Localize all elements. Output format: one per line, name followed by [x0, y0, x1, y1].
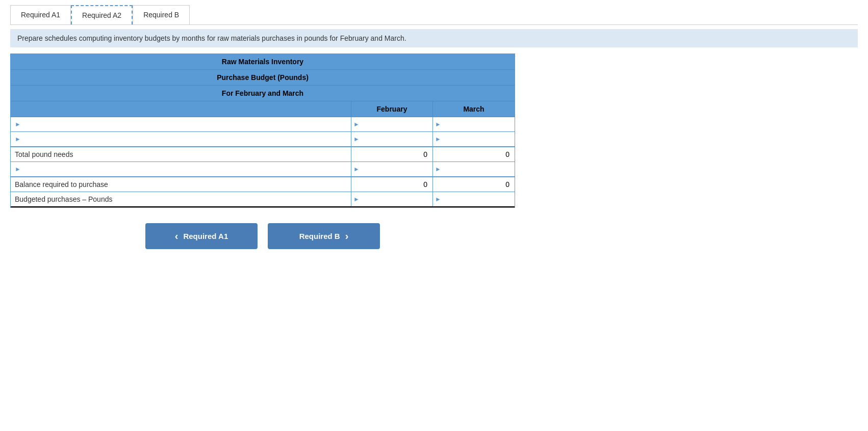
col-header-march: March [433, 101, 515, 117]
row-2-mar-arrow-icon: ► [435, 136, 441, 143]
row-5-label: Balance required to purchase [11, 177, 351, 192]
row-5-mar-cell: 0 [433, 177, 515, 192]
nav-buttons: Required A1 Required B [10, 223, 515, 249]
tab-required-a2[interactable]: Required A2 [71, 5, 133, 24]
table-row: ► ► ► [11, 132, 515, 147]
row-4-feb-input[interactable] [354, 164, 429, 174]
row-1-feb-input[interactable] [354, 119, 429, 129]
row-6-mar-arrow-icon: ► [435, 196, 441, 203]
table-row: ► ► ► [11, 117, 515, 132]
next-button[interactable]: Required B [268, 223, 380, 249]
row-3-mar-cell: 0 [433, 147, 515, 161]
row-4-label: ► [11, 162, 351, 176]
row-3-label: Total pound needs [11, 147, 351, 161]
row-1-mar-arrow-icon: ► [435, 121, 441, 128]
row-2-label: ► [11, 132, 351, 146]
row-5-feb-cell: 0 [351, 177, 433, 192]
row-3-feb-value: 0 [354, 149, 429, 159]
page-container: Required A1 Required A2 Required B Prepa… [0, 0, 868, 254]
row-2-mar-cell: ► [433, 132, 515, 146]
tab-required-a1[interactable]: Required A1 [10, 5, 71, 24]
row-2-arrow-icon: ► [15, 136, 21, 143]
row-4-arrow-icon: ► [15, 166, 21, 173]
row-2-feb-cell: ► [351, 132, 433, 146]
row-1-label: ► [11, 117, 351, 131]
raw-materials-table: Raw Materials Inventory Purchase Budget … [10, 53, 515, 208]
chevron-right-icon [345, 230, 349, 242]
instruction-text: Prepare schedules computing inventory bu… [17, 34, 406, 42]
row-5-mar-value: 0 [436, 179, 512, 190]
instruction-bar: Prepare schedules computing inventory bu… [10, 29, 858, 47]
row-2-feb-input[interactable] [354, 134, 429, 144]
col-header-label [11, 101, 351, 117]
prev-button-label: Required A1 [183, 232, 228, 240]
column-headers: February March [11, 101, 515, 117]
row-2-feb-arrow-icon: ► [353, 136, 360, 143]
row-1-mar-input[interactable] [436, 119, 512, 129]
tab-required-a1-label: Required A1 [21, 11, 60, 19]
tab-required-b[interactable]: Required B [133, 5, 190, 24]
table-title-2: Purchase Budget (Pounds) [11, 70, 515, 86]
tabs-container: Required A1 Required A2 Required B [10, 5, 858, 25]
row-5-feb-value: 0 [354, 179, 429, 190]
row-2-mar-input[interactable] [436, 134, 512, 144]
row-4-mar-input[interactable] [436, 164, 512, 174]
row-4-mar-arrow-icon: ► [435, 166, 441, 173]
row-6-mar-input[interactable] [436, 194, 512, 204]
table-title-3: For February and March [11, 86, 515, 101]
table-row: Budgeted purchases – Pounds ► ► [11, 192, 515, 207]
row-1-arrow-icon: ► [15, 121, 21, 128]
tab-required-b-label: Required B [143, 11, 179, 19]
prev-button[interactable]: Required A1 [145, 223, 258, 249]
col-header-february: February [351, 101, 433, 117]
row-3-label-text: Total pound needs [15, 150, 73, 158]
row-6-mar-cell: ► [433, 192, 515, 206]
table-title-1: Raw Materials Inventory [11, 54, 515, 70]
row-4-mar-cell: ► [433, 162, 515, 176]
row-6-feb-input[interactable] [354, 194, 429, 204]
table-row: Total pound needs 0 0 [11, 147, 515, 162]
row-1-feb-cell: ► [351, 117, 433, 131]
row-6-label-text: Budgeted purchases – Pounds [15, 195, 112, 203]
row-4-feb-arrow-icon: ► [353, 166, 360, 173]
chevron-left-icon [175, 230, 178, 242]
row-1-feb-arrow-icon: ► [353, 121, 360, 128]
row-6-label: Budgeted purchases – Pounds [11, 192, 351, 206]
row-3-feb-cell: 0 [351, 147, 433, 161]
tab-required-a2-label: Required A2 [82, 11, 121, 19]
table-row: ► ► ► [11, 162, 515, 177]
row-4-feb-cell: ► [351, 162, 433, 176]
next-button-label: Required B [299, 232, 340, 240]
row-6-feb-cell: ► [351, 192, 433, 206]
table-row: Balance required to purchase 0 0 [11, 177, 515, 192]
row-3-mar-value: 0 [436, 149, 512, 159]
row-5-label-text: Balance required to purchase [15, 180, 108, 188]
row-6-feb-arrow-icon: ► [353, 196, 360, 203]
row-1-mar-cell: ► [433, 117, 515, 131]
